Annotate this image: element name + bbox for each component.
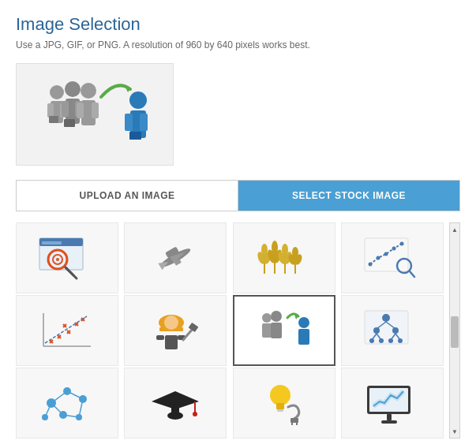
page-container: Image Selection Use a JPG, GIF, or PNG. …: [0, 0, 476, 446]
svg-rect-127: [381, 420, 397, 424]
chart-search-icon: [361, 234, 424, 282]
svg-point-51: [376, 256, 380, 260]
scatter-chart-icon: [36, 307, 99, 354]
svg-point-74: [164, 315, 178, 330]
svg-rect-76: [156, 335, 164, 340]
svg-point-98: [379, 338, 384, 343]
grid-area: ▲ ▼: [16, 222, 460, 439]
svg-point-53: [392, 247, 395, 251]
svg-point-50: [368, 263, 372, 267]
monitor-icon: [361, 379, 424, 427]
lightbulb-icon: [253, 379, 316, 427]
svg-point-80: [262, 313, 272, 323]
scroll-down-arrow[interactable]: ▼: [450, 427, 459, 436]
svg-rect-75: [165, 335, 178, 349]
svg-point-82: [271, 311, 282, 322]
preview-box: [16, 63, 174, 166]
subtitle: Use a JPG, GIF, or PNG. A resolution of …: [16, 39, 460, 50]
svg-point-5: [65, 81, 81, 97]
grid-item-wheat[interactable]: [233, 222, 335, 293]
svg-point-44: [282, 244, 288, 256]
svg-point-25: [56, 258, 59, 261]
svg-point-40: [272, 241, 278, 255]
target-search-icon: [36, 234, 99, 282]
svg-point-118: [270, 385, 290, 405]
svg-point-88: [382, 314, 390, 322]
svg-point-91: [373, 327, 380, 334]
svg-point-0: [50, 85, 64, 99]
grid-item-scatter-chart[interactable]: [16, 295, 118, 366]
svg-rect-13: [92, 103, 99, 118]
svg-line-108: [67, 391, 83, 399]
upload-button[interactable]: UPLOAD AN IMAGE: [17, 181, 238, 211]
svg-rect-81: [262, 323, 272, 338]
grid-item-network[interactable]: [16, 368, 118, 439]
svg-rect-126: [387, 414, 392, 420]
network-icon: [36, 379, 99, 427]
svg-point-52: [384, 252, 388, 256]
page-title: Image Selection: [16, 14, 460, 35]
svg-line-56: [410, 271, 414, 277]
svg-point-92: [392, 327, 399, 334]
grid-item-target-search[interactable]: [16, 222, 118, 293]
wheat-icon: [253, 234, 316, 282]
construction-icon: [144, 307, 207, 354]
grid-item-hierarchy[interactable]: [341, 295, 444, 366]
team-arrow-icon: [253, 307, 316, 354]
grid-item-construction[interactable]: [124, 295, 227, 366]
svg-point-115: [167, 412, 183, 420]
svg-rect-18: [140, 114, 148, 131]
svg-point-97: [369, 338, 374, 343]
svg-rect-83: [271, 323, 282, 338]
svg-rect-7: [62, 101, 69, 117]
grid-item-airplane[interactable]: [124, 222, 227, 293]
svg-point-36: [261, 244, 268, 256]
svg-point-10: [81, 83, 96, 99]
svg-point-85: [298, 317, 309, 328]
svg-point-15: [129, 91, 147, 109]
svg-line-71: [45, 316, 87, 343]
svg-rect-120: [277, 409, 283, 412]
svg-rect-19: [129, 132, 141, 140]
svg-point-117: [193, 412, 197, 416]
preview-image: [32, 75, 158, 154]
hierarchy-icon: [361, 307, 424, 354]
svg-line-109: [51, 403, 63, 415]
airplane-icon: [144, 234, 207, 282]
svg-rect-17: [125, 114, 133, 131]
svg-point-48: [292, 247, 298, 258]
grid-item-chart-search[interactable]: [341, 222, 444, 293]
svg-rect-9: [64, 119, 75, 127]
svg-rect-22: [42, 241, 62, 245]
grid-item-team-arrow[interactable]: [233, 295, 335, 366]
svg-rect-86: [298, 329, 309, 345]
scroll-up-arrow[interactable]: ▲: [450, 225, 459, 234]
svg-point-99: [388, 338, 393, 343]
scrollbar[interactable]: ▲ ▼: [449, 222, 460, 439]
svg-rect-2: [47, 103, 54, 118]
svg-line-107: [51, 391, 67, 403]
scroll-thumb[interactable]: [451, 316, 459, 348]
svg-point-54: [399, 242, 403, 246]
button-row: UPLOAD AN IMAGE SELECT STOCK IMAGE: [16, 180, 460, 211]
grid-item-lightbulb[interactable]: [233, 368, 335, 439]
image-grid: [16, 222, 448, 439]
grid-item-graduation[interactable]: [124, 368, 227, 439]
graduation-icon: [144, 379, 207, 427]
svg-rect-4: [49, 116, 58, 123]
svg-line-78: [183, 329, 193, 340]
stock-button[interactable]: SELECT STOCK IMAGE: [238, 181, 459, 211]
svg-rect-119: [276, 403, 284, 409]
svg-point-100: [398, 338, 403, 343]
svg-rect-12: [77, 103, 84, 118]
grid-item-monitor[interactable]: [341, 368, 444, 439]
